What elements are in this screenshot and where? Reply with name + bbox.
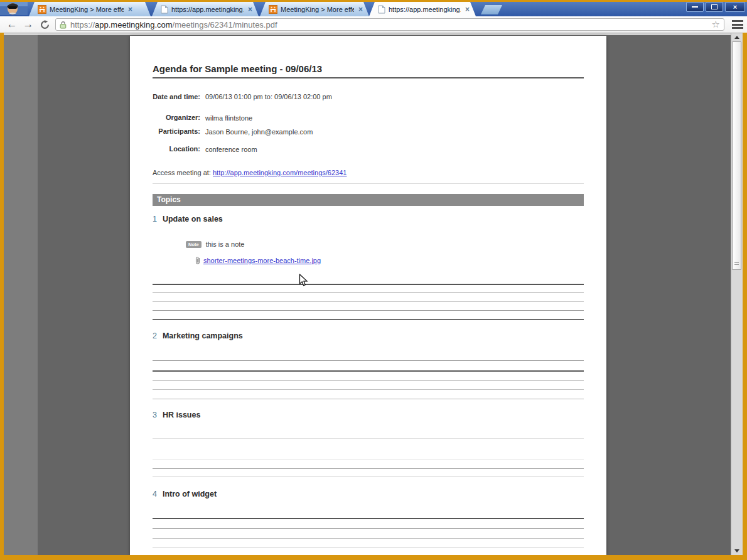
ruled-line <box>153 438 584 439</box>
topic-title: Update on sales <box>163 215 223 223</box>
frame-border-left <box>0 33 4 560</box>
meta-row-participants: Participants: Jason Bourne, john@example… <box>153 127 504 136</box>
ruled-line <box>153 310 584 311</box>
browser-window: × MeetingKing > More effe × https://app.… <box>0 0 747 560</box>
minimize-button[interactable] <box>686 2 704 12</box>
meetingking-icon <box>38 5 46 14</box>
ruled-line <box>153 477 584 477</box>
attachment-link[interactable]: shorter-meetings-more-beach-time.jpg <box>203 257 321 264</box>
browser-toolbar: ← → https://app.meetingking.com/meetings… <box>0 16 747 33</box>
bookmark-star-icon[interactable]: ☆ <box>712 19 720 30</box>
close-icon: × <box>733 3 737 11</box>
hamburger-icon <box>732 24 743 26</box>
topics-header: Topics <box>153 194 584 206</box>
meta-value: conference room <box>205 146 257 153</box>
document-title: Agenda for Sample meeting - 09/06/13 <box>153 63 322 74</box>
paperclip-icon <box>195 256 201 264</box>
topic-heading-2: 2 Marketing campaigns <box>153 331 243 340</box>
ruled-line <box>153 380 584 380</box>
forward-button[interactable]: → <box>21 17 36 32</box>
ruled-line <box>153 538 584 539</box>
menu-button[interactable] <box>732 20 743 29</box>
browser-tab-3[interactable]: MeetingKing > More effe × <box>260 2 369 16</box>
pdf-viewer: Agenda for Sample meeting - 09/06/13 Dat… <box>4 33 743 555</box>
ruled-line <box>153 528 584 529</box>
topic-number: 4 <box>153 490 157 498</box>
ruled-line <box>153 460 584 460</box>
topic-heading-4: 4 Intro of widget <box>153 490 217 498</box>
topic-number: 3 <box>153 411 157 419</box>
tab-close-icon[interactable]: × <box>127 6 134 13</box>
tab-close-icon[interactable]: × <box>357 6 364 13</box>
url-scheme: https <box>70 20 88 30</box>
access-meeting-link[interactable]: http://app.meetingking.com/meetings/6234… <box>213 169 347 176</box>
scrollbar-grip-icon <box>734 262 739 266</box>
tab-close-icon[interactable]: × <box>247 6 254 13</box>
topic-heading-3: 3 HR issues <box>153 411 200 419</box>
title-rule <box>153 77 584 78</box>
scrollbar-thumb[interactable] <box>732 41 741 270</box>
tab-label: https://app.meetingking. <box>389 6 461 13</box>
back-button[interactable]: ← <box>4 17 19 32</box>
viewer-left-gutter <box>4 33 38 555</box>
note-text: this is a note <box>206 240 245 248</box>
arrow-down-icon <box>734 549 739 552</box>
scrollbar-up-button[interactable] <box>731 33 743 41</box>
section-rule <box>153 183 584 184</box>
ruled-line <box>153 301 584 302</box>
ruled-line <box>153 370 584 372</box>
url-domain: app.meetingking.com <box>95 20 173 30</box>
pdf-page: Agenda for Sample meeting - 09/06/13 Dat… <box>130 36 606 555</box>
meta-label: Participants: <box>153 127 200 136</box>
minimize-icon <box>692 6 698 8</box>
hamburger-icon <box>732 20 743 22</box>
arrow-up-icon <box>734 36 739 39</box>
access-line: Access meeting at: http://app.meetingkin… <box>153 169 347 176</box>
page-icon <box>161 5 168 14</box>
ruled-line <box>153 319 584 320</box>
frame-border-right <box>743 33 747 560</box>
presenter-avatar <box>0 0 28 15</box>
ruled-line <box>153 547 584 547</box>
meta-value: wilma flintstone <box>205 114 252 122</box>
url-text: https://app.meetingking.com/meetings/623… <box>70 20 277 30</box>
ruled-line <box>153 293 584 293</box>
ruled-line <box>153 360 584 361</box>
close-window-button[interactable]: × <box>725 2 745 12</box>
topic-number: 1 <box>153 215 157 223</box>
meta-label: Location: <box>153 145 200 153</box>
access-label: Access meeting at: <box>153 169 211 176</box>
meta-value: 09/06/13 01:00 pm to: 09/06/13 02:00 pm <box>205 93 332 100</box>
meta-row-location: Location: conference room <box>153 145 504 153</box>
mouse-cursor <box>299 274 308 287</box>
topic-heading-1: 1 Update on sales <box>153 215 223 223</box>
browser-tab-4-active[interactable]: https://app.meetingking. × <box>369 2 476 16</box>
scrollbar-down-button[interactable] <box>731 546 743 555</box>
restore-icon <box>711 4 717 9</box>
ruled-line <box>153 518 584 519</box>
url-field[interactable]: https://app.meetingking.com/meetings/623… <box>55 18 724 31</box>
ruled-line <box>153 284 584 285</box>
meeting-meta: Date and time: 09/06/13 01:00 pm to: 09/… <box>153 86 504 153</box>
refresh-icon <box>40 20 50 30</box>
browser-tab-1[interactable]: MeetingKing > More effe × <box>29 2 151 16</box>
meetingking-icon <box>269 5 277 14</box>
topic-number: 2 <box>153 331 157 340</box>
restore-button[interactable] <box>706 2 723 12</box>
page-icon <box>378 5 385 14</box>
scrollbar[interactable] <box>731 33 743 555</box>
meta-label: Organizer: <box>153 114 200 122</box>
meta-row-organizer: Organizer: wilma flintstone <box>153 114 504 122</box>
back-icon: ← <box>7 18 18 31</box>
tab-close-icon[interactable]: × <box>464 6 471 13</box>
attachment-row: shorter-meetings-more-beach-time.jpg <box>195 256 321 264</box>
meta-row-datetime: Date and time: 09/06/13 01:00 pm to: 09/… <box>153 86 504 107</box>
topic-title: Marketing campaigns <box>163 331 243 340</box>
tab-label: MeetingKing > More effe <box>50 6 124 13</box>
frame-border-top <box>0 0 747 2</box>
note-badge: Note <box>186 241 202 248</box>
tab-label: MeetingKing > More effe <box>281 6 354 13</box>
forward-icon: → <box>23 18 34 31</box>
refresh-button[interactable] <box>37 17 52 32</box>
browser-tab-2[interactable]: https://app.meetingking. × <box>152 2 259 16</box>
